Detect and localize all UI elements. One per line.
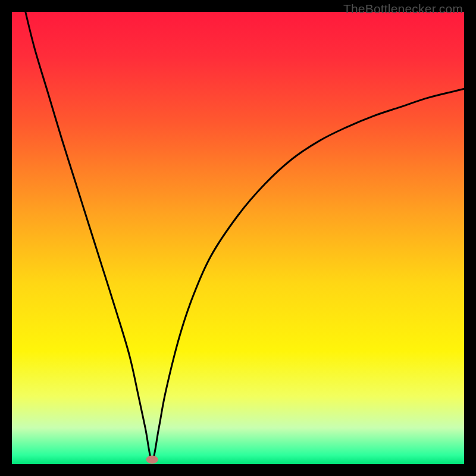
chart-frame: [12, 12, 464, 464]
optimum-marker: [146, 455, 158, 464]
watermark-text: TheBottlenecker.com: [343, 2, 463, 16]
gradient-background: [12, 12, 464, 464]
chart-svg: [12, 12, 464, 464]
